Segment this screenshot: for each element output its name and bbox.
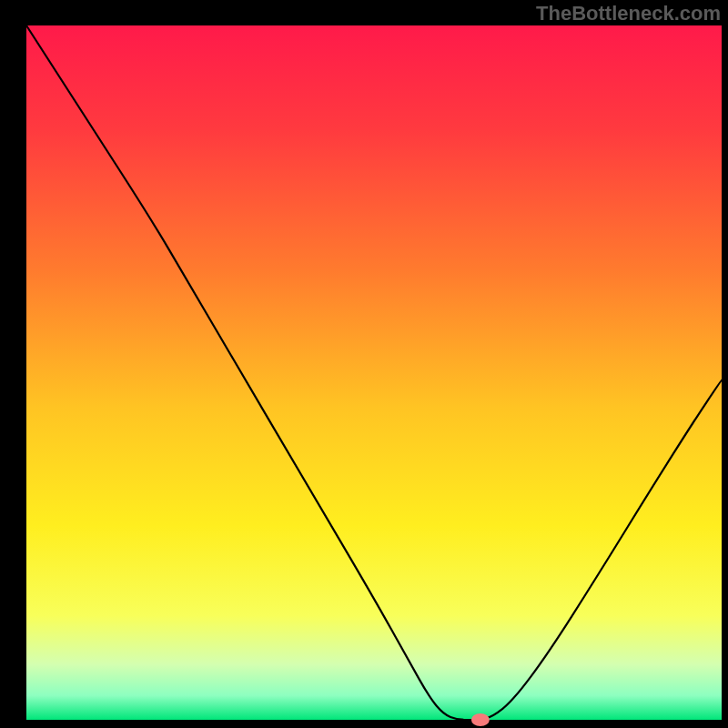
plot-background (26, 25, 722, 720)
chart-container: TheBottleneck.com (0, 0, 728, 728)
optimal-marker (471, 713, 490, 726)
bottleneck-chart (0, 0, 728, 728)
watermark-label: TheBottleneck.com (536, 2, 721, 25)
